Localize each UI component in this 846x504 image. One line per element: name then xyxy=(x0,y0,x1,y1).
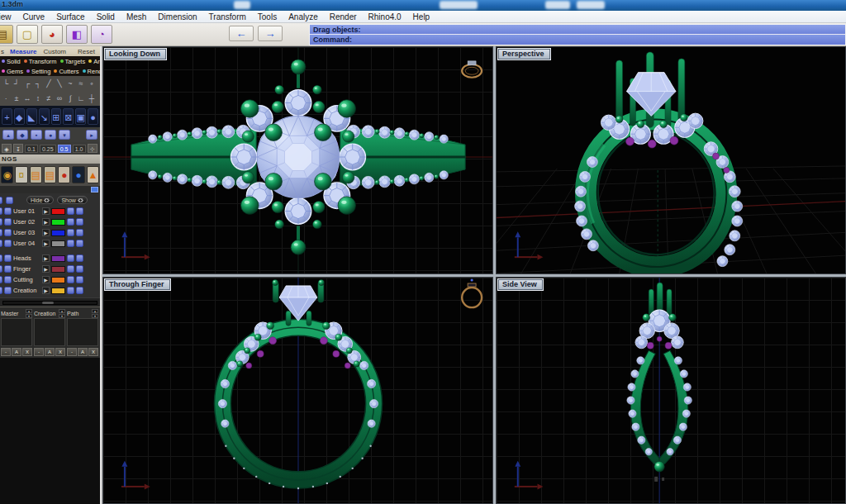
layer-color-swatch[interactable] xyxy=(51,266,65,273)
builder-minus-button[interactable]: - xyxy=(34,348,44,356)
tab-reset[interactable]: Reset xyxy=(74,48,100,55)
purple-cube-icon[interactable]: ◧ xyxy=(66,25,88,44)
curve-tool-icon[interactable]: ╲ xyxy=(55,78,64,89)
layer-row[interactable]: User 03 ▶ xyxy=(0,227,100,238)
up-button[interactable]: ▴ xyxy=(26,309,32,313)
viewport-label[interactable]: Through Finger xyxy=(105,279,170,290)
option-button[interactable]: ▸ xyxy=(86,130,97,140)
cropped-layer-button[interactable] xyxy=(4,240,12,247)
viewport-canvas[interactable] xyxy=(103,47,492,273)
layer-visibility-button[interactable] xyxy=(76,287,83,294)
viewport-canvas[interactable] xyxy=(103,278,492,503)
curve-tool-icon[interactable]: ┼ xyxy=(88,93,96,104)
builder-list[interactable] xyxy=(34,318,65,346)
tab-measure[interactable]: Measure xyxy=(7,48,40,55)
layer-color-swatch[interactable] xyxy=(51,219,65,226)
curve-tool-icon[interactable]: └ xyxy=(2,78,10,89)
layer-row[interactable]: Heads ▶ xyxy=(0,253,100,264)
cropped-layer-button[interactable] xyxy=(4,287,12,294)
snap-value[interactable]: 0.25 xyxy=(40,145,56,153)
curve-tool-icon[interactable]: ≈ xyxy=(77,78,85,89)
layer-visibility-button[interactable] xyxy=(76,207,83,215)
blue-sphere-icon[interactable]: ● xyxy=(72,166,84,183)
builder-x-button[interactable]: X xyxy=(55,348,65,356)
cropped-layer-button[interactable] xyxy=(0,218,2,226)
layer-visibility-button[interactable] xyxy=(76,276,83,283)
layer-row[interactable]: User 04 ▶ xyxy=(0,238,100,249)
viewport-looking-down[interactable]: Looking Down xyxy=(102,46,493,274)
layer-play-button[interactable]: ▶ xyxy=(42,229,50,236)
curve-tool-icon[interactable]: ∟ xyxy=(77,93,85,104)
notebook-icon[interactable]: ▤ xyxy=(0,25,13,44)
menu-view[interactable]: View xyxy=(0,12,19,21)
pan-icon[interactable]: + xyxy=(2,108,12,125)
menu-analyze[interactable]: Analyze xyxy=(284,12,326,21)
tab-solid[interactable]: Solid xyxy=(0,58,22,65)
layer-lock-button[interactable] xyxy=(67,229,74,236)
pin-snap-icon[interactable]: ↧ xyxy=(13,144,23,153)
layer-lock-button[interactable] xyxy=(67,207,74,215)
page-icon[interactable]: ▢ xyxy=(17,25,38,44)
menu-curve[interactable]: Curve xyxy=(19,12,53,21)
viewport-canvas[interactable] xyxy=(497,47,845,273)
figure-icon[interactable]: ▲ xyxy=(87,166,99,183)
hide-button[interactable]: Hide xyxy=(26,196,54,204)
tab-gems[interactable]: Gems xyxy=(0,68,25,75)
layer-lock-button[interactable] xyxy=(67,287,74,294)
layer-lock-button[interactable] xyxy=(67,240,74,247)
render-sphere-icon[interactable]: ◕ xyxy=(41,25,63,44)
cropped-layer-button[interactable] xyxy=(4,254,12,262)
menu-dimension[interactable]: Dimension xyxy=(154,12,204,21)
cropped-layer-button[interactable] xyxy=(0,207,2,215)
gold-ring-icon[interactable]: ◉ xyxy=(1,166,13,183)
layer-row[interactable]: Creation ▶ xyxy=(0,285,100,296)
option-button[interactable]: ▴ xyxy=(2,130,14,140)
layer-lock-button[interactable] xyxy=(67,265,74,273)
snap-value-active[interactable]: 0.5 xyxy=(58,145,71,153)
gem-snap-icon[interactable]: ◈ xyxy=(2,144,12,153)
viewport-canvas[interactable] xyxy=(497,278,845,503)
option-button[interactable]: ● xyxy=(45,130,56,140)
command-input-line[interactable]: Command: xyxy=(310,35,845,45)
layer-play-button[interactable]: ▶ xyxy=(42,207,50,215)
curve-tool-icon[interactable]: ┌ xyxy=(23,78,31,89)
layer-color-swatch[interactable] xyxy=(51,255,65,262)
viewport-label[interactable]: Side View xyxy=(498,279,543,290)
curve-tool-icon[interactable]: ∫ xyxy=(66,93,74,104)
folder-icon[interactable]: ▤ xyxy=(44,166,56,183)
curve-tool-icon[interactable]: ~ xyxy=(66,78,74,89)
layer-play-button[interactable]: ▶ xyxy=(42,265,50,273)
cropped-layer-button[interactable] xyxy=(4,218,12,226)
cropped-layer-button[interactable] xyxy=(6,197,13,204)
tab-custom[interactable]: Custom xyxy=(40,48,69,55)
option-button[interactable]: ◆ xyxy=(17,130,28,140)
grid-snap-icon[interactable]: ⊹ xyxy=(88,144,97,153)
builder-minus-button[interactable]: - xyxy=(1,348,11,356)
cropped-layer-button[interactable] xyxy=(0,229,2,236)
curve-tool-icon[interactable]: ┐ xyxy=(34,78,42,89)
curve-tool-icon[interactable]: ∙ xyxy=(2,93,10,104)
zoom-arrow-icon[interactable]: ↘ xyxy=(39,108,50,125)
menu-surface[interactable]: Surface xyxy=(52,12,92,21)
layer-row[interactable]: Finger ▶ xyxy=(0,264,100,274)
layer-play-button[interactable]: ▶ xyxy=(42,218,50,226)
tab-cutters[interactable]: Cutters xyxy=(52,68,80,75)
hand-tool-icon[interactable]: ¤ xyxy=(15,166,27,183)
viewport-label[interactable]: Perspective xyxy=(498,49,550,59)
cropped-layer-button[interactable] xyxy=(0,287,2,294)
layer-color-swatch[interactable] xyxy=(51,208,65,215)
builder-x-button[interactable]: X xyxy=(22,348,32,356)
builder-a-button[interactable]: A xyxy=(78,348,88,356)
layer-color-swatch[interactable] xyxy=(51,240,65,247)
menu-transform[interactable]: Transform xyxy=(205,12,254,21)
builder-list[interactable] xyxy=(1,318,32,346)
layer-visibility-button[interactable] xyxy=(76,254,83,262)
curve-tool-icon[interactable]: ┘ xyxy=(12,78,21,89)
menu-help[interactable]: Help xyxy=(409,12,438,21)
curve-tool-icon[interactable]: ∘ xyxy=(88,78,96,89)
red-dot-folder-icon[interactable]: ● xyxy=(58,166,70,183)
grid-box-icon[interactable]: ⊞ xyxy=(51,108,62,125)
menu-rhino[interactable]: Rhino4.0 xyxy=(364,12,409,21)
cropped-layer-button[interactable] xyxy=(0,276,2,283)
layer-visibility-button[interactable] xyxy=(76,229,83,236)
